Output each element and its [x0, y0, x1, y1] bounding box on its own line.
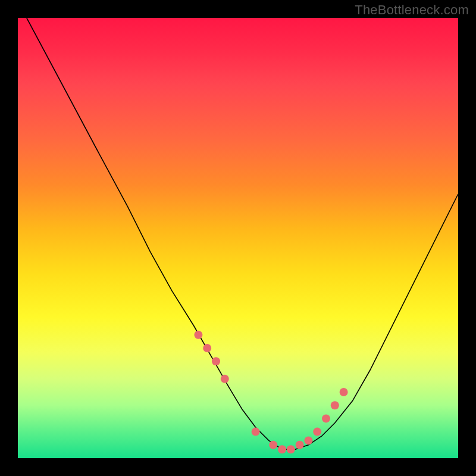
gradient-background [18, 18, 458, 458]
plot-area [18, 18, 458, 458]
watermark-text: TheBottleneck.com [355, 2, 469, 18]
